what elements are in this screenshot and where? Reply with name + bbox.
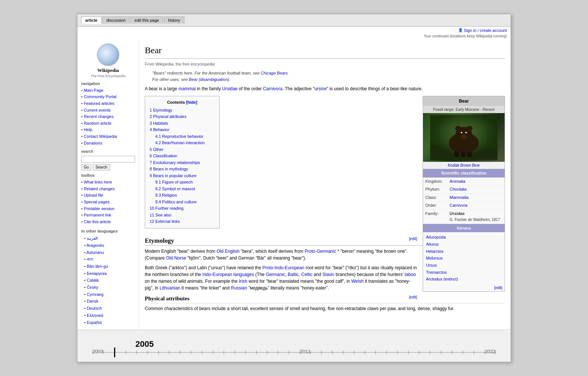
link-old-norse[interactable]: Old Norse xyxy=(166,255,186,261)
nav-featured[interactable]: Featured articles xyxy=(81,100,135,107)
link-germanic[interactable]: Germanic xyxy=(266,272,285,277)
nav-community[interactable]: Community Portal xyxy=(81,94,135,100)
lang-catalan[interactable]: Català xyxy=(81,277,135,284)
genus-arctodus[interactable]: Arctodus (extinct) xyxy=(426,276,502,283)
toc-link-2[interactable]: 2 Physical attributes xyxy=(150,114,186,119)
nav-contact[interactable]: Contact Wikipedia xyxy=(81,133,135,140)
toc-link-11[interactable]: 11 See also xyxy=(150,213,171,217)
infobox-value-family[interactable]: Ursidae xyxy=(450,211,465,216)
link-mammal[interactable]: mammal xyxy=(178,86,196,91)
lang-czech[interactable]: Česky xyxy=(81,284,135,291)
nav-donations[interactable]: Donations xyxy=(81,140,135,147)
toolbox-cite[interactable]: Cite this article xyxy=(81,219,135,225)
tab-article[interactable]: article xyxy=(81,16,101,24)
toolbox-nav: What links here Related changes Upload f… xyxy=(81,179,135,225)
link-carnivora[interactable]: Carnivora xyxy=(263,86,282,91)
lang-arabic[interactable]: العربية xyxy=(81,235,135,242)
genus-ailuropoda[interactable]: Ailuropoda xyxy=(426,234,502,241)
lang-welsh[interactable]: Cymraeg xyxy=(81,291,135,298)
link-ie-languages[interactable]: Indo-European languages xyxy=(202,272,254,277)
lang-bengali[interactable]: বাংলা xyxy=(81,256,135,263)
link-irish[interactable]: Irish xyxy=(239,279,247,284)
toc-link-9-4[interactable]: 9.4 Politics and culture xyxy=(155,200,197,204)
tick-27 xyxy=(376,351,376,354)
search-go-button[interactable]: Go xyxy=(81,164,91,170)
genus-tremarctos[interactable]: Tremarctos xyxy=(426,269,502,276)
link-russian[interactable]: Russian xyxy=(231,285,247,291)
toc-link-4-2[interactable]: 4.2 Bear/human interaction xyxy=(155,140,205,145)
redirect-text-2: For other uses, see xyxy=(152,77,188,82)
redirect-note: "Bears" redirects here. For the American… xyxy=(152,70,497,82)
link-lithuanian[interactable]: Lithuanian xyxy=(160,285,180,291)
search-search-button[interactable]: Search xyxy=(93,164,110,170)
lang-asturian[interactable]: Asturianu xyxy=(81,249,135,256)
redirect-link-chicago[interactable]: Chicago Bears xyxy=(261,71,288,75)
toc-link-6[interactable]: 6 Classification xyxy=(150,154,177,158)
tab-history[interactable]: history xyxy=(164,16,184,24)
lang-spanish[interactable]: Español xyxy=(81,319,135,326)
lang-belarusian[interactable]: Беларуска xyxy=(81,270,135,277)
link-baltic[interactable]: Baltic xyxy=(288,272,298,277)
link-taboo[interactable]: taboo xyxy=(405,272,416,277)
link-old-english[interactable]: Old English xyxy=(217,249,239,254)
lang-danish[interactable]: Dansk xyxy=(81,298,135,305)
tab-discussion[interactable]: discussion xyxy=(102,16,129,24)
toc-link-1[interactable]: 1 Etymology xyxy=(150,108,172,112)
toc-link-3[interactable]: 3 Habitats xyxy=(150,121,168,125)
toc-link-12[interactable]: 12 External links xyxy=(150,219,180,224)
toc-link-5[interactable]: 5 Other xyxy=(150,147,163,152)
link-ursidae[interactable]: Ursidae xyxy=(222,86,238,91)
link-pie[interactable]: Proto-Indo-European xyxy=(263,265,304,270)
nav-random[interactable]: Random article xyxy=(81,120,135,127)
genus-ailurus[interactable]: Ailurus xyxy=(426,241,502,248)
toc-link-10[interactable]: 10 Further reading xyxy=(150,206,184,210)
infobox-value-class[interactable]: Mammalia xyxy=(450,194,469,201)
toolbox-related[interactable]: Related changes xyxy=(81,186,135,192)
toolbox-special[interactable]: Special pages xyxy=(81,199,135,206)
toc-link-4-1[interactable]: 4.1 Reproductive behavior xyxy=(155,134,203,139)
toolbox-print[interactable]: Printable version xyxy=(81,206,135,212)
link-welsh[interactable]: Welsh xyxy=(351,279,364,284)
toolbox-what-links[interactable]: What links here xyxy=(81,179,135,186)
physical-edit-link[interactable]: [edit] xyxy=(409,294,417,300)
toc-link-9[interactable]: 9 Bears in popular culture xyxy=(150,173,196,178)
link-slavic[interactable]: Slavic xyxy=(322,272,334,277)
wiki-logo: Wikipedia The Free Encyclopedia xyxy=(81,43,135,78)
nav-recent[interactable]: Recent changes xyxy=(81,113,135,120)
redirect-link-disambig[interactable]: Bear (disambiguation) xyxy=(189,77,229,82)
toc-link-7[interactable]: 7 Evolutionary relationships xyxy=(150,160,200,165)
toc-link-4[interactable]: 4 Behavior xyxy=(150,127,169,132)
toc-link-9-1[interactable]: 9.1 Figure of speech xyxy=(155,180,193,184)
infobox-edit-link[interactable]: [edit] xyxy=(494,286,502,290)
toc-hide-link[interactable]: [hide] xyxy=(186,100,197,104)
toc-link-8[interactable]: 8 Bears in mythology xyxy=(150,167,188,171)
lang-german[interactable]: Deutsch xyxy=(81,305,135,312)
link-proto-germanic[interactable]: Proto-Germanic xyxy=(304,249,336,254)
toolbox-permalink[interactable]: Permanent link xyxy=(81,212,135,219)
link-ursine[interactable]: ursine xyxy=(315,86,327,91)
nav-main-page[interactable]: Main Page xyxy=(81,87,135,94)
nav-current[interactable]: Current events xyxy=(81,107,135,114)
nav-help[interactable]: Help xyxy=(81,127,135,133)
etymology-edit-link[interactable]: [edit] xyxy=(409,236,417,242)
infobox-value-order[interactable]: Carnivora xyxy=(450,202,468,209)
toc-link-9-2[interactable]: 9.2 Symbol or mascot xyxy=(155,187,195,191)
infobox-value-phylum[interactable]: Chordata xyxy=(450,186,466,192)
link-celtic[interactable]: Celtic xyxy=(301,272,312,277)
lang-aragonese[interactable]: Aragonés xyxy=(81,242,135,249)
genus-helarctos[interactable]: Helarctos xyxy=(426,248,502,255)
lang-greek[interactable]: Ελληνικά xyxy=(81,312,135,319)
genus-ursus[interactable]: Ursus xyxy=(426,262,502,269)
lang-banlam[interactable]: Bân-lâm-gú xyxy=(81,263,135,270)
tab-edit[interactable]: edit this page xyxy=(131,16,163,24)
tick-35 xyxy=(463,351,463,354)
tick-22 xyxy=(321,351,322,354)
infobox-caption-link[interactable]: Kodiak Brown Bear xyxy=(448,163,480,167)
toc-link-9-3[interactable]: 9.3 Religion xyxy=(155,193,177,197)
search-input[interactable] xyxy=(81,156,135,163)
toolbox-upload[interactable]: Upload file xyxy=(81,192,135,199)
tick-2 xyxy=(103,351,104,354)
infobox-value-kingdom[interactable]: Animalia xyxy=(450,178,465,185)
sign-in-link[interactable]: Sign in / create account xyxy=(464,28,507,33)
genus-melursus[interactable]: Melursus xyxy=(426,255,502,262)
